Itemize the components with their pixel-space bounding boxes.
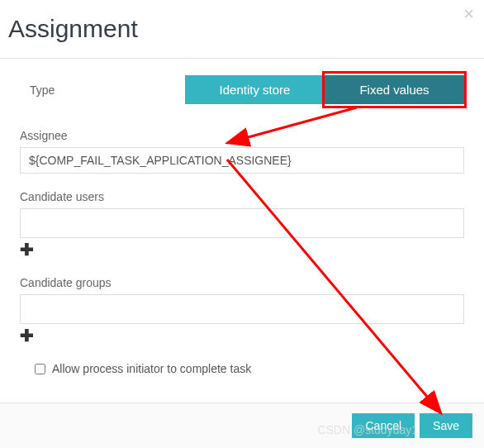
type-row: Type Identity store Fixed values (20, 75, 464, 104)
allow-initiator-label[interactable]: Allow process initiator to complete task (52, 362, 251, 375)
tab-identity-store[interactable]: Identity store (185, 75, 325, 104)
tab-fixed-values[interactable]: Fixed values (325, 75, 464, 104)
candidate-users-label: Candidate users (20, 190, 464, 203)
candidate-users-group: Candidate users ✚ (20, 190, 464, 260)
candidate-users-input[interactable] (20, 208, 464, 238)
type-toggle-group: Identity store Fixed values (185, 75, 464, 104)
cancel-button[interactable]: Cancel (352, 413, 415, 438)
add-candidate-group-button[interactable]: ✚ (20, 326, 34, 346)
candidate-groups-group: Candidate groups ✚ (20, 276, 464, 346)
allow-initiator-checkbox[interactable] (35, 364, 45, 374)
assignee-label: Assignee (20, 129, 464, 142)
dialog-title: Assignment (8, 15, 476, 43)
dialog-header: Assignment (0, 0, 484, 59)
type-label: Type (20, 83, 168, 97)
assignee-group: Assignee (20, 129, 464, 174)
dialog-footer: Cancel Save (0, 403, 484, 448)
dialog-content: Type Identity store Fixed values Assigne… (0, 59, 484, 384)
tab-fixed-values-label: Fixed values (359, 83, 429, 97)
close-icon[interactable]: × (463, 5, 474, 23)
candidate-groups-input[interactable] (20, 294, 464, 324)
add-candidate-user-button[interactable]: ✚ (20, 240, 34, 260)
candidate-groups-label: Candidate groups (20, 276, 464, 289)
allow-initiator-row: Allow process initiator to complete task (20, 362, 464, 375)
assignee-input[interactable] (20, 147, 464, 174)
save-button[interactable]: Save (420, 413, 472, 438)
